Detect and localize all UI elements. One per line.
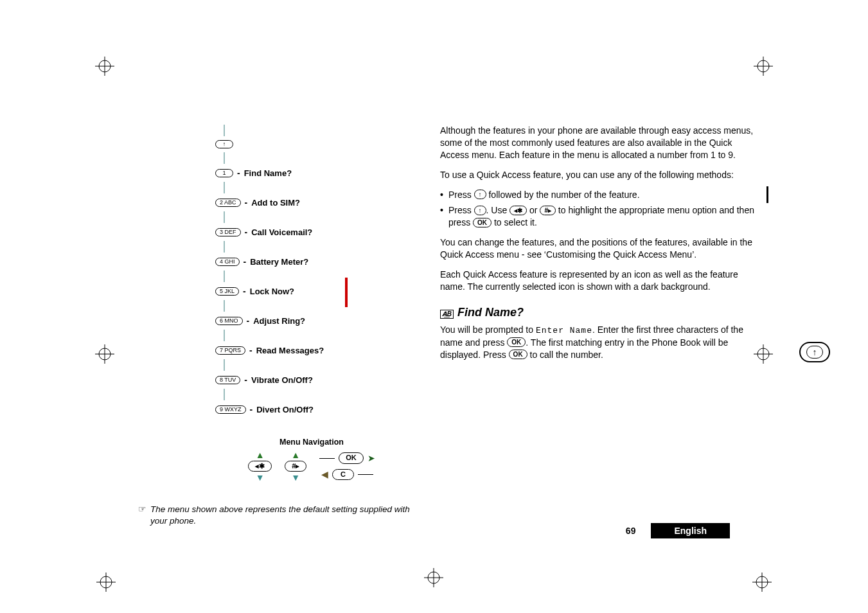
- crop-mark-icon: [95, 57, 114, 76]
- paragraph: You will be prompted to Enter Name. Ente…: [440, 324, 758, 360]
- arrow-down-icon: ▼: [256, 473, 265, 482]
- page-number: 69: [626, 526, 636, 536]
- language-badge: English: [651, 523, 730, 538]
- key-6-icon: 6 MNO: [215, 317, 243, 325]
- key-8-icon: 8 TUV: [215, 376, 240, 384]
- list-item: 1-Find Name?: [215, 164, 408, 182]
- phonebook-icon: A͟B: [440, 310, 454, 319]
- up-key-icon: ↑: [806, 346, 823, 359]
- paragraph: Although the features in your phone are …: [440, 125, 758, 161]
- list-item: 9 WXYZ-Divert On/Off?: [215, 400, 408, 418]
- arrow-up-icon: ▲: [291, 450, 300, 459]
- quick-access-menu-tree: ↑ 1-Find Name? 2 ABC-Add to SIM? 3 DEF-C…: [215, 125, 408, 528]
- menu-navigation-heading: Menu Navigation: [215, 438, 408, 447]
- arrow-left-icon: ◀: [321, 470, 328, 479]
- menu-item-label: Call Voicemail?: [251, 227, 312, 237]
- editors-note: ☞ The menu shown above represents the de…: [138, 504, 414, 527]
- menu-item-label: Battery Meter?: [250, 257, 308, 267]
- list-item: 8 TUV-Vibrate On/Off?: [215, 371, 408, 389]
- menu-item-label: Adjust Ring?: [253, 316, 305, 326]
- key-5-icon: 5 JKL: [215, 287, 239, 296]
- feature-heading: A͟BFind Name?: [440, 305, 758, 320]
- arrow-right-icon: ➤: [368, 454, 375, 463]
- pointing-hand-icon: ☞: [138, 504, 146, 515]
- ok-key-icon: OK: [507, 337, 526, 347]
- list-item: 6 MNO-Adjust Ring?: [215, 312, 408, 330]
- menu-item-label: Divert On/Off?: [256, 405, 314, 414]
- ok-key-icon: OK: [473, 218, 492, 227]
- quick-access-key-badge: ↑: [799, 342, 830, 362]
- arrow-down-icon: ▼: [291, 473, 300, 482]
- paragraph: Each Quick Access feature is represented…: [440, 269, 758, 293]
- paragraph: You can change the features, and the pos…: [440, 236, 758, 261]
- up-key-icon: ↑: [215, 140, 233, 148]
- star-key-icon: ◂✱: [509, 206, 527, 215]
- change-bar-icon: [766, 186, 768, 203]
- list-item: 7 PQRS-Read Messages?: [215, 341, 408, 359]
- crop-mark-icon: [96, 573, 116, 592]
- lcd-text: Enter Name: [536, 326, 592, 335]
- body-text: Although the features in your phone are …: [440, 125, 758, 368]
- list-item: 5 JKL-Lock Now?: [215, 282, 408, 300]
- menu-top-key: ↑: [215, 136, 408, 152]
- ok-key-icon: OK: [509, 350, 527, 359]
- key-7-icon: 7 PQRS: [215, 346, 245, 355]
- tree-connector: [224, 125, 225, 136]
- menu-item-label: Add to SIM?: [251, 198, 300, 208]
- key-9-icon: 9 WXYZ: [215, 405, 246, 414]
- menu-item-label: Find Name?: [244, 168, 292, 178]
- c-key-icon: C: [332, 469, 354, 480]
- menu-navigation-diagram: ▲ ◂✱ ▼ ▲ #▸ ▼ OK ➤ ◀: [215, 450, 408, 482]
- key-1-icon: 1: [215, 169, 233, 177]
- list-item: 3 DEF-Call Voicemail?: [215, 223, 408, 241]
- hash-key-icon: #▸: [540, 206, 556, 215]
- crop-mark-icon: [95, 344, 114, 364]
- list-item: 4 GHI-Battery Meter?: [215, 253, 408, 271]
- list-item: Press ↑. Use ◂✱ or #▸ to highlight the a…: [440, 204, 758, 229]
- change-bar-icon: [345, 278, 348, 307]
- hash-key-icon: #▸: [285, 461, 306, 472]
- key-2-icon: 2 ABC: [215, 199, 241, 207]
- ok-key-icon: OK: [339, 452, 364, 463]
- crop-mark-icon: [424, 568, 443, 587]
- list-item: 2 ABC-Add to SIM?: [215, 193, 408, 211]
- note-text: The menu shown above represents the defa…: [150, 504, 414, 527]
- crop-mark-icon: [754, 57, 773, 76]
- arrow-up-icon: ▲: [256, 450, 265, 459]
- star-key-icon: ◂✱: [248, 461, 272, 472]
- up-key-icon: ↑: [474, 206, 486, 215]
- key-4-icon: 4 GHI: [215, 258, 240, 266]
- list-item: Press ↑ followed by the number of the fe…: [440, 189, 758, 201]
- key-3-icon: 3 DEF: [215, 228, 241, 236]
- menu-item-label: Read Messages?: [256, 346, 324, 355]
- up-key-icon: ↑: [474, 190, 486, 199]
- menu-item-label: Vibrate On/Off?: [251, 375, 313, 385]
- crop-mark-icon: [752, 573, 772, 592]
- page-footer: 69 English: [626, 523, 730, 538]
- menu-item-label: Lock Now?: [250, 287, 294, 296]
- paragraph: To use a Quick Access feature, you can u…: [440, 169, 758, 181]
